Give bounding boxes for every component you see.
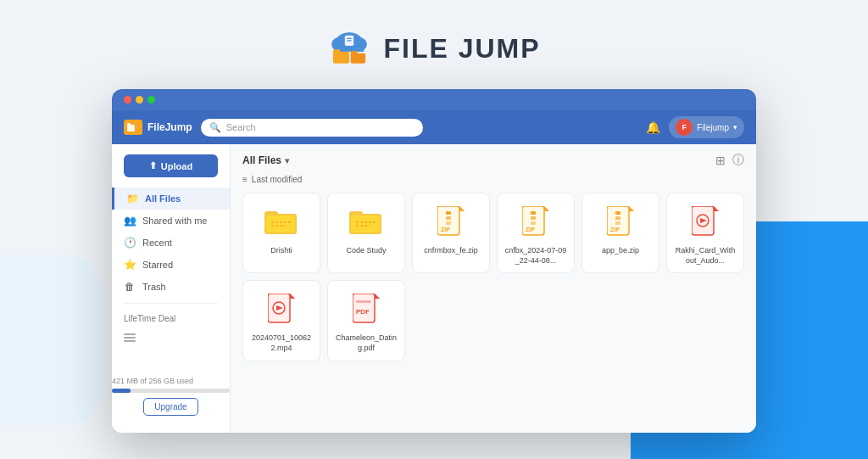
sidebar-item-starred[interactable]: ⭐ Starred [112,254,230,276]
svg-text:PDF: PDF [356,308,370,316]
sidebar-item-recent[interactable]: 🕐 Recent [112,232,230,254]
browser-dot-green [147,96,155,104]
app-logo-icon [124,120,142,135]
app-name-label: FileJump [147,121,192,133]
hamburger-line-1 [124,333,136,335]
user-name: Filejump [697,123,729,132]
svg-rect-9 [351,53,365,64]
sort-icon: ≡ [242,175,248,184]
file-card-zip1[interactable]: ZIP cnfrmbox_fe.zip [412,193,490,273]
svg-rect-10 [351,51,358,54]
svg-rect-40 [615,211,620,215]
svg-marker-56 [375,294,380,299]
file-card-zip3[interactable]: ZIP app_be.zip [581,193,659,273]
shared-icon: 👥 [124,215,136,227]
svg-rect-8 [333,49,341,53]
app-header: FileJump 🔍 Search 🔔 F Filejump ▾ [112,110,756,144]
folder-svg [264,209,298,236]
svg-rect-12 [127,123,131,126]
lifetime-deal-item[interactable]: LifeTime Deal [112,309,230,328]
app-body: ⬆ Upload 📁 All Files 👥 Shared with me [112,144,756,433]
file-name-video2: 20240701_100622.mp4 [250,333,313,353]
svg-rect-33 [531,211,536,215]
svg-rect-26 [446,211,451,215]
file-card-pdf[interactable]: PDF Chameleon_Dating.pdf [327,280,405,361]
file-icon-video2 [264,293,298,327]
search-placeholder: Search [226,122,256,132]
zip-svg-2: ZIP [522,206,549,238]
file-card-code-study[interactable]: Code Study [327,193,405,273]
grid-view-icon[interactable]: ⊞ [715,154,726,167]
upgrade-button[interactable]: Upgrade [143,398,198,416]
browser-topbar [112,89,756,110]
upload-icon: ⬆ [149,160,157,171]
content-header: All Files ▾ ⊞ ⓘ [242,153,744,168]
hamburger-menu[interactable] [112,328,230,347]
video-svg-2 [268,294,295,326]
chevron-down-icon: ▾ [733,123,737,132]
svg-marker-39 [629,206,634,211]
hamburger-line-3 [124,340,136,342]
recent-icon: 🕐 [124,237,136,249]
file-name-zip1: cnfrmbox_fe.zip [424,246,478,256]
bell-icon[interactable]: 🔔 [646,120,660,134]
avatar: F [676,119,693,136]
zip-svg-3: ZIP [607,206,634,238]
storage-bar-fill [112,389,131,393]
star-icon: ⭐ [124,259,136,271]
info-icon[interactable]: ⓘ [732,153,744,168]
file-card-video2[interactable]: 20240701_100622.mp4 [242,280,320,361]
svg-text:ZIP: ZIP [441,227,450,232]
lifetime-deal-label: LifeTime Deal [124,314,175,323]
svg-marker-46 [714,206,719,211]
sidebar-inner: ⬆ Upload 📁 All Files 👥 Shared with me [112,154,230,423]
video-svg-1 [692,206,719,238]
sidebar-item-trash[interactable]: 🗑 Trash [112,276,230,298]
sidebar-item-all-files[interactable]: 📁 All Files [112,188,230,210]
svg-rect-28 [446,221,451,225]
sidebar-footer: 421 MB of 256 GB used Upgrade [112,377,230,423]
file-card-zip2[interactable]: ZIP cnfbx_2024-07-09_22-44-08... [497,193,575,273]
zip-svg-1: ZIP [437,206,465,238]
file-icon-folder [264,205,298,239]
file-card-video1[interactable]: Rakhi_Card_Without_Audo... [666,193,744,273]
file-name-video1: Rakhi_Card_Without_Audo... [674,246,737,266]
upload-button[interactable]: ⬆ Upload [124,154,218,177]
search-bar[interactable]: 🔍 Search [201,119,424,137]
svg-rect-42 [615,221,620,225]
hamburger-line-2 [124,337,136,339]
svg-rect-7 [333,52,349,64]
svg-marker-25 [459,206,465,211]
user-avatar-pill[interactable]: F Filejump ▾ [669,116,744,138]
browser-dot-yellow [136,96,143,104]
file-icon-video1 [688,205,722,239]
file-name-zip3: app_be.zip [602,246,639,256]
file-name-pdf: Chameleon_Dating.pdf [335,333,398,353]
upgrade-label: Upgrade [154,402,186,411]
svg-rect-15 [266,216,295,232]
file-icon-zip3: ZIP [604,205,637,239]
browser-mockup: FileJump 🔍 Search 🔔 F Filejump ▾ [112,89,756,433]
sidebar: ⬆ Upload 📁 All Files 👥 Shared with me [112,144,231,433]
sidebar-divider [124,303,218,304]
file-name-zip2: cnfbx_2024-07-09_22-44-08... [504,246,567,266]
storage-bar-bg [112,389,230,393]
file-icon-pdf: PDF [349,293,383,327]
logo-area: FILE JUMP [327,26,540,70]
svg-rect-27 [446,216,451,220]
svg-rect-35 [531,221,536,225]
sidebar-label-starred: Starred [142,260,173,270]
file-card-drishti[interactable]: Drishti [242,193,320,273]
storage-text: 421 MB of 256 GB used [112,377,230,385]
page-wrapper: FILE JUMP FileJump [0,9,868,450]
svg-text:ZIP: ZIP [526,227,535,232]
sidebar-label-all-files: All Files [145,193,181,204]
svg-text:ZIP: ZIP [610,227,620,232]
avatar-initial: F [682,123,687,132]
trash-icon: 🗑 [124,281,136,293]
file-name-drishti: Drishti [270,246,292,256]
sidebar-item-shared[interactable]: 👥 Shared with me [112,210,230,232]
svg-rect-20 [351,216,380,232]
sort-label: Last modified [252,175,302,184]
sort-row: ≡ Last modified [242,175,744,184]
